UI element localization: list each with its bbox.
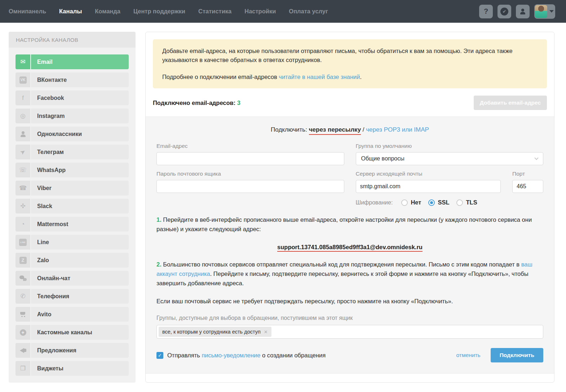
sidebar-channel-item[interactable]: ➤ Телеграм bbox=[16, 145, 129, 159]
sidebar-channel-item[interactable]: ❒ Виджеты bbox=[16, 361, 129, 376]
groups-field-label: Группы, доступные для выбора в обращении… bbox=[156, 315, 543, 321]
whatsapp-icon: ☏ bbox=[19, 166, 27, 174]
notify-label: Отправлять письмо-уведомление о создании… bbox=[167, 352, 326, 359]
channel-label: WhatsApp bbox=[31, 163, 129, 177]
viber-icon: ☎ bbox=[19, 184, 27, 192]
plus-icon: + bbox=[20, 329, 26, 336]
add-email-button[interactable]: Добавить email-адрес bbox=[474, 96, 547, 110]
group-field-label: Группа по умолчанию bbox=[356, 143, 544, 149]
sidebar-channel-item[interactable]: ☏ WhatsApp bbox=[16, 163, 129, 177]
encryption-radio[interactable]: SSL bbox=[428, 199, 449, 206]
cube-icon: ❒ bbox=[20, 365, 26, 372]
nav-item[interactable]: Оплата услуг bbox=[289, 8, 328, 15]
forwarding-address: support.13741.085a8985ed9ff3a1@dev.omnid… bbox=[156, 244, 543, 251]
encryption-options: Шифрование: Нет SSL bbox=[356, 199, 544, 206]
sidebar-channel-item[interactable]: LINE Line bbox=[16, 235, 129, 250]
connected-count-value: 3 bbox=[237, 100, 240, 106]
channel-label: Телефония bbox=[31, 289, 129, 304]
sidebar-channel-item[interactable]: ✉ Email bbox=[16, 54, 129, 69]
nav-item[interactable]: Омнипанель bbox=[9, 8, 46, 15]
avatar bbox=[535, 5, 547, 18]
email-settings-panel: Добавьте email-адреса, на которые пользо… bbox=[145, 32, 554, 383]
email-field-label: Email-адрес bbox=[156, 143, 344, 149]
channel-label: Viber bbox=[31, 181, 129, 195]
sidebar-channel-item[interactable]: Avito bbox=[16, 307, 129, 322]
sidebar-channel-item[interactable]: Z Zalo bbox=[16, 253, 129, 268]
nav-item[interactable]: Каналы bbox=[59, 8, 82, 15]
nav-item[interactable]: Настройки bbox=[244, 8, 276, 15]
nav-item[interactable]: Статистика bbox=[198, 8, 231, 15]
radio-icon bbox=[401, 199, 408, 206]
sidebar-channel-item[interactable]: ✆ Телефония bbox=[16, 289, 129, 304]
mode-forwarding[interactable]: через пересылку bbox=[309, 126, 361, 135]
sidebar-channel-item[interactable]: Предложения bbox=[16, 343, 129, 358]
step-2-instructions: 2. Большинство почтовых сервисов отправл… bbox=[156, 260, 543, 288]
telegram-icon: ➤ bbox=[19, 147, 27, 157]
sidebar-channel-item[interactable]: ☎ Viber bbox=[16, 181, 129, 195]
encryption-label: Шифрование: bbox=[356, 199, 393, 206]
sidebar-channel-item[interactable]: f Facebook bbox=[16, 91, 129, 105]
no-confirmation-note: Если ваш почтовый сервис не требует подт… bbox=[156, 298, 543, 305]
notification-letter-link[interactable]: письмо-уведомление bbox=[202, 352, 260, 358]
connect-button[interactable]: Подключить bbox=[491, 348, 543, 362]
connect-email-form: Подключить: через пересылку / через POP3… bbox=[146, 116, 554, 374]
smtp-server-input[interactable] bbox=[356, 180, 501, 193]
cart-icon bbox=[20, 312, 26, 317]
channel-label: Mattermost bbox=[31, 217, 129, 232]
encryption-radio[interactable]: TLS bbox=[456, 199, 477, 206]
mode-pop3-imap-link[interactable]: через POP3 или IMAP bbox=[366, 126, 429, 133]
radio-icon bbox=[428, 199, 435, 206]
remove-chip-icon[interactable]: ✕ bbox=[264, 329, 268, 335]
sidebar-channel-item[interactable]: VK ВКонтакте bbox=[16, 72, 129, 87]
notice-text-2: Подробнее о подключении email-адресов чи… bbox=[162, 72, 538, 82]
channel-list: ✉ Email VK ВКонтакте f Facebook ◎ Instag… bbox=[9, 48, 136, 383]
instagram-icon: ◎ bbox=[20, 112, 26, 120]
password-input[interactable] bbox=[156, 180, 344, 193]
sidebar-channel-item[interactable]: ◎ Instagram bbox=[16, 109, 129, 123]
megaphone-icon bbox=[20, 348, 26, 353]
account-menu-button[interactable] bbox=[534, 4, 555, 19]
profile-button[interactable] bbox=[516, 5, 530, 18]
help-button[interactable]: ? bbox=[479, 5, 493, 18]
notice-text: Добавьте email-адреса, на которые пользо… bbox=[162, 47, 538, 65]
connected-count-label: Подключено email-адресов: 3 bbox=[153, 100, 240, 106]
zalo-icon: Z bbox=[19, 257, 27, 264]
sidebar-channel-item[interactable]: ◔ Mattermost bbox=[16, 217, 129, 232]
sidebar-channel-item[interactable]: ✣ Slack bbox=[16, 199, 129, 213]
groups-multiselect[interactable]: все, к которым у сотрудника есть доступ … bbox=[156, 325, 543, 339]
step-1-instructions: 1. Перейдите в веб-интерфейс прописанног… bbox=[156, 215, 543, 234]
connect-mode-switcher: Подключить: через пересылку / через POP3… bbox=[156, 126, 543, 133]
nav-item[interactable]: Команда bbox=[95, 8, 120, 15]
default-group-select[interactable]: Общие вопросы bbox=[356, 152, 544, 165]
sidebar-channel-item[interactable]: Онлайн-чат bbox=[16, 271, 129, 286]
slack-icon: ✣ bbox=[20, 202, 25, 210]
person-icon bbox=[520, 9, 526, 14]
sidebar-channel-item[interactable]: Одноклассники bbox=[16, 127, 129, 141]
encryption-radio[interactable]: Нет bbox=[401, 199, 421, 206]
knowledge-base-link[interactable]: читайте в нашей базе знаний bbox=[279, 74, 360, 80]
facebook-icon: f bbox=[22, 94, 24, 102]
channels-sidebar: НАСТРОЙКА КАНАЛОВ ✉ Email VK ВКонтакте f… bbox=[9, 32, 136, 383]
form-footer: ✓ Отправлять письмо-уведомление о создан… bbox=[156, 348, 543, 362]
channel-label: Facebook bbox=[31, 91, 129, 105]
password-field-label: Пароль почтового ящика bbox=[156, 171, 344, 177]
port-input[interactable] bbox=[512, 180, 543, 193]
channel-label: Instagram bbox=[31, 109, 129, 123]
channel-label: Line bbox=[31, 235, 129, 250]
vk-icon: VK bbox=[19, 76, 27, 84]
channel-label: Email bbox=[31, 54, 129, 69]
channel-label: Виджеты bbox=[31, 361, 129, 376]
cancel-link[interactable]: отменить bbox=[456, 352, 481, 358]
channel-label: Одноклассники bbox=[31, 127, 129, 141]
chat-icon bbox=[19, 276, 27, 281]
mattermost-icon: ◔ bbox=[21, 221, 25, 228]
sidebar-channel-item[interactable]: + Кастомные каналы bbox=[16, 325, 129, 340]
nav-menu: Омнипанель Каналы Команда Центр поддержк… bbox=[9, 8, 328, 15]
notify-checkbox[interactable]: ✓ bbox=[156, 352, 163, 359]
status-button[interactable]: ✔ bbox=[498, 5, 511, 18]
nav-item[interactable]: Центр поддержки bbox=[133, 8, 185, 15]
line-icon: LINE bbox=[19, 239, 27, 246]
channel-label: Кастомные каналы bbox=[31, 325, 129, 340]
email-input[interactable] bbox=[156, 152, 344, 165]
selected-group: Общие вопросы bbox=[361, 155, 404, 162]
